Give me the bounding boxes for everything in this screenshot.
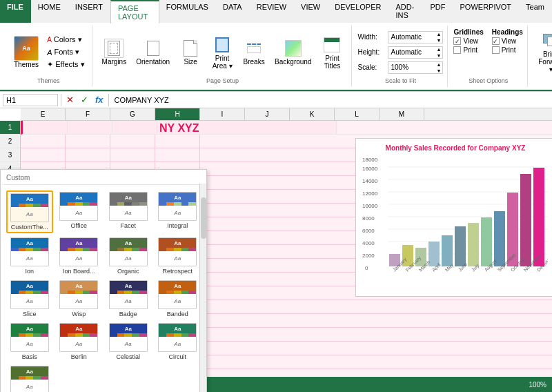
tab-file[interactable]: FILE xyxy=(0,0,31,23)
theme-item-crop[interactable]: AaAaCrop xyxy=(6,364,53,392)
col-header-e: E xyxy=(21,108,66,120)
headings-view-item[interactable]: View xyxy=(492,37,523,45)
svg-text:8000: 8000 xyxy=(362,215,375,222)
formula-input[interactable] xyxy=(112,95,549,106)
cell[interactable] xyxy=(155,135,200,148)
theme-item-facet[interactable]: AaAaFacet xyxy=(105,190,152,233)
gridlines-view-check[interactable] xyxy=(453,37,461,45)
margins-button[interactable]: Margins xyxy=(98,36,131,68)
theme-item-basis[interactable]: AaAaBasis xyxy=(6,322,53,362)
theme-item-berlin[interactable]: AaAaBerlin xyxy=(56,322,103,362)
theme-item-celestial[interactable]: AaAaCelestial xyxy=(105,322,152,362)
svg-text:0: 0 xyxy=(365,265,368,271)
theme-item-retrospect[interactable]: AaAaRetrospect xyxy=(155,236,201,276)
row-num-1: 1 xyxy=(0,121,20,135)
cell-e1[interactable] xyxy=(23,121,68,134)
theme-item-slice[interactable]: AaAaSlice xyxy=(6,279,53,319)
effects-label: Effects ▾ xyxy=(55,60,84,69)
theme-thumb: AaAa xyxy=(158,280,197,309)
tab-view[interactable]: VIEW xyxy=(294,0,328,23)
cell-h1[interactable]: NY XYZ xyxy=(157,121,337,134)
theme-item-ion[interactable]: AaAaIon xyxy=(6,236,53,276)
theme-thumb: AaAa xyxy=(59,280,98,309)
svg-text:2000: 2000 xyxy=(362,253,375,259)
width-spinbox[interactable]: ▲ ▼ xyxy=(388,31,443,43)
background-button[interactable]: Background xyxy=(270,36,315,68)
size-label: Size xyxy=(184,58,197,66)
scrollbar-thumb[interactable] xyxy=(201,197,206,239)
cell-g1[interactable] xyxy=(112,121,157,134)
headings-print-check[interactable] xyxy=(492,46,500,54)
tab-developer[interactable]: DEVELOPER xyxy=(328,0,388,23)
theme-item-wisp[interactable]: AaAaWisp xyxy=(56,279,103,319)
theme-thumb: AaAa xyxy=(109,237,148,266)
size-button[interactable]: Size xyxy=(175,36,206,68)
svg-text:6000: 6000 xyxy=(362,228,375,234)
height-up[interactable]: ▲ xyxy=(435,46,443,52)
tab-home[interactable]: HOME xyxy=(31,0,68,23)
col-header-m: M xyxy=(379,108,424,120)
print-titles-button[interactable]: PrintTitles xyxy=(317,32,347,72)
cell[interactable] xyxy=(66,135,110,148)
tab-insert[interactable]: INSERT xyxy=(68,0,110,23)
formula-bar-separator xyxy=(61,94,61,106)
tab-powerpivot[interactable]: POWERPIVOT xyxy=(453,0,520,23)
gridlines-print-check[interactable] xyxy=(453,46,461,54)
tab-review[interactable]: REVIEW xyxy=(250,0,294,23)
chart-title: Monthly Sales Recorded for Company XYZ xyxy=(362,144,549,152)
bring-forward-button[interactable]: BringForward ▾ xyxy=(533,28,552,76)
effects-button[interactable]: ✦ Effects ▾ xyxy=(44,59,87,70)
scale-down[interactable]: ▼ xyxy=(435,68,443,74)
theme-item-integral[interactable]: AaAaIntegral xyxy=(155,190,201,233)
name-box[interactable] xyxy=(3,94,58,106)
cell[interactable] xyxy=(155,148,200,161)
print-area-button[interactable]: PrintArea ▾ xyxy=(207,32,237,72)
orientation-label: Orientation xyxy=(136,58,170,66)
tab-pdf[interactable]: PDF xyxy=(424,0,453,23)
scale-spinbox[interactable]: ▲ ▼ xyxy=(388,61,443,74)
gridlines-print-item[interactable]: Print xyxy=(453,46,483,54)
theme-item-customthe...[interactable]: AaAaCustomThe... xyxy=(6,190,53,233)
cancel-icon[interactable]: ✕ xyxy=(64,95,76,105)
orientation-button[interactable]: Orientation xyxy=(132,36,174,68)
cell[interactable] xyxy=(66,148,110,161)
insert-function-icon[interactable]: fx xyxy=(93,95,106,105)
fonts-label: Fonts ▾ xyxy=(54,48,79,57)
theme-thumb: AaAa xyxy=(59,237,98,266)
gridlines-view-item[interactable]: View xyxy=(453,37,483,45)
cell[interactable] xyxy=(110,135,155,148)
width-down[interactable]: ▼ xyxy=(435,37,443,43)
height-down[interactable]: ▼ xyxy=(435,52,443,59)
theme-item-banded[interactable]: AaAaBanded xyxy=(155,279,201,319)
tab-team[interactable]: Team xyxy=(519,0,552,23)
fonts-button[interactable]: A Fonts ▾ xyxy=(44,46,87,58)
cell[interactable] xyxy=(110,148,155,161)
theme-item-organic[interactable]: AaAaOrganic xyxy=(105,236,152,276)
headings-print-item[interactable]: Print xyxy=(492,46,523,54)
height-input[interactable] xyxy=(388,48,435,57)
scale-input[interactable] xyxy=(388,63,435,72)
tab-data[interactable]: DATA xyxy=(216,0,250,23)
width-input[interactable] xyxy=(388,32,435,41)
table-row: NY XYZ xyxy=(21,121,552,135)
scale-up[interactable]: ▲ xyxy=(435,61,443,68)
tab-formulas[interactable]: FORMULAS xyxy=(159,0,216,23)
tab-page-layout[interactable]: PAGE LAYOUT xyxy=(110,0,159,23)
headings-view-check[interactable] xyxy=(492,37,500,45)
theme-item-ion-board...[interactable]: AaAaIon Board... xyxy=(56,236,103,276)
theme-item-circuit[interactable]: AaAaCircuit xyxy=(155,322,201,362)
dropdown-scrollbar[interactable] xyxy=(199,184,206,392)
tab-addins[interactable]: ADD-INS xyxy=(388,0,423,23)
confirm-icon[interactable]: ✓ xyxy=(79,95,90,105)
theme-item-office[interactable]: AaAaOffice xyxy=(56,190,103,233)
height-spinbox[interactable]: ▲ ▼ xyxy=(388,46,443,59)
ribbon-content: Aa Themes A Colors ▾ A Fonts ▾ ✦ Effects… xyxy=(0,23,552,91)
theme-item-badge[interactable]: AaAaBadge xyxy=(105,279,152,319)
cell[interactable] xyxy=(21,135,66,148)
breaks-button[interactable]: Breaks xyxy=(239,36,269,68)
cell-f1[interactable] xyxy=(68,121,112,134)
themes-button[interactable]: Aa Themes xyxy=(10,33,43,71)
width-up[interactable]: ▲ xyxy=(435,31,443,37)
colors-button[interactable]: A Colors ▾ xyxy=(44,34,87,46)
cell[interactable] xyxy=(21,148,66,161)
